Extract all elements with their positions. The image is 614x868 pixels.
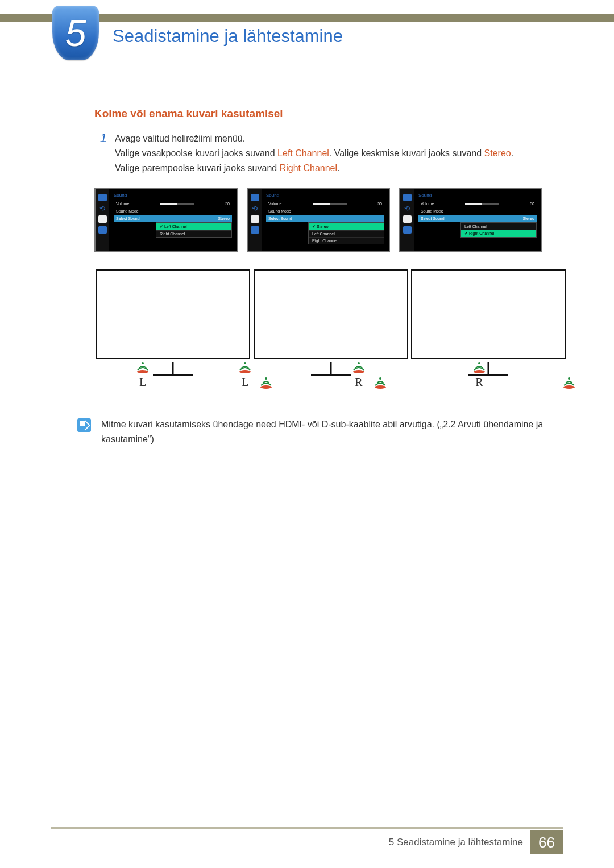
volume-slider	[160, 203, 194, 205]
arrows-icon: ⟲	[98, 205, 107, 212]
svg-point-4	[265, 377, 267, 380]
chapter-number: 5	[65, 11, 86, 55]
osd-dropdown: Left Channel Right Channel	[460, 222, 537, 238]
osd-dropdown: Stereo Left Channel Right Channel	[308, 222, 384, 244]
osd-dropdown: Left Channel Right Channel	[156, 222, 232, 238]
speaker-icon	[561, 375, 578, 389]
speaker-label: L	[237, 376, 254, 389]
speaker-icon: R	[350, 360, 367, 389]
footer-chapter-text: 5 Seadistamine ja lähtestamine	[389, 830, 523, 854]
svg-point-0	[142, 362, 144, 364]
page-content: Kolme või enama kuvari kasutamisel 1 Ava…	[94, 107, 562, 447]
svg-point-10	[478, 362, 480, 364]
gear-icon	[251, 215, 259, 223]
arrows-icon: ⟲	[403, 205, 412, 212]
note-block: Mitme kuvari kasutamiseks ühendage need …	[77, 417, 562, 447]
svg-point-13	[563, 385, 575, 389]
step-body: Avage valitud helirežiimi menüü. Valige …	[115, 131, 513, 176]
section-heading: Kolme või enama kuvari kasutamisel	[94, 107, 562, 120]
svg-point-5	[260, 385, 272, 389]
osd-volume-row: Volume 50	[418, 200, 537, 207]
osd-sound-mode-row: Sound Mode	[418, 207, 537, 215]
dd-right: Right Channel	[156, 230, 231, 237]
osd-title: Sound	[418, 193, 537, 198]
speaker-icon: L	[134, 360, 151, 389]
osd-panel-left: ⟲ Sound Volume 50 Sound Mode Select Soun…	[94, 188, 238, 252]
osd-title: Sound	[114, 193, 232, 198]
osd-row: ⟲ Sound Volume 50 Sound Mode Select Soun…	[94, 188, 562, 252]
step-1: 1 Avage valitud helirežiimi menüü. Valig…	[94, 131, 562, 176]
svg-point-12	[568, 377, 570, 380]
dd-stereo: Stereo	[309, 223, 384, 230]
speaker-label: R	[471, 376, 488, 389]
monitor-right	[411, 269, 566, 359]
osd-select-sound-row: Select Sound Stereo	[114, 215, 232, 222]
info-icon	[403, 226, 412, 234]
note-text: Mitme kuvari kasutamiseks ühendage need …	[101, 417, 562, 447]
page-footer: 5 Seadistamine ja lähtestamine 66	[51, 830, 563, 854]
chapter-title: Seadistamine ja lähtestamine	[113, 26, 343, 47]
osd-sound-mode-row: Sound Mode	[266, 207, 384, 215]
svg-point-11	[474, 370, 485, 373]
dd-left: Left Channel	[461, 223, 536, 230]
monitor-center	[254, 269, 408, 359]
info-icon	[98, 226, 107, 234]
volume-slider	[465, 203, 499, 205]
speaker-icon: L	[237, 360, 254, 389]
svg-point-9	[375, 385, 386, 389]
osd-volume-row: Volume 50	[266, 200, 384, 207]
gear-icon	[403, 215, 412, 223]
volume-slider	[313, 203, 347, 205]
svg-point-6	[358, 362, 360, 364]
footer-divider	[51, 827, 563, 829]
osd-sidebar: ⟲	[400, 189, 414, 251]
note-icon	[77, 418, 91, 432]
step-line2: Valige vasakpoolse kuvari jaoks suvand L…	[115, 146, 513, 161]
svg-point-1	[137, 370, 148, 373]
svg-point-2	[244, 362, 246, 364]
speaker-label: R	[350, 376, 367, 389]
speaker-label: L	[134, 376, 151, 389]
osd-main: Sound Volume 50 Sound Mode Select Sound …	[262, 189, 389, 251]
monitor-left	[96, 269, 250, 359]
osd-sidebar: ⟲	[248, 189, 262, 251]
step-line1: Avage valitud helirežiimi menüü.	[115, 131, 513, 146]
osd-select-sound-row: Select Sound	[266, 215, 384, 222]
speaker-icon	[372, 375, 389, 389]
monitor-icon	[251, 194, 259, 201]
step-number: 1	[94, 131, 107, 176]
osd-title: Sound	[266, 193, 384, 198]
dd-right: Right Channel	[461, 230, 536, 237]
info-icon	[251, 226, 259, 234]
svg-point-8	[379, 377, 381, 380]
osd-panel-right: ⟲ Sound Volume 50 Sound Mode Select Soun…	[399, 188, 542, 252]
dd-left: Left Channel	[156, 223, 231, 230]
osd-sound-mode-row: Sound Mode	[114, 207, 232, 215]
step-line3: Valige parempoolse kuvari jaoks suvand R…	[115, 161, 513, 176]
dd-right: Right Channel	[309, 237, 384, 244]
osd-select-sound-row: Select Sound Stereo	[418, 215, 537, 222]
osd-sidebar: ⟲	[96, 189, 109, 251]
speaker-icon	[258, 375, 275, 389]
monitor-diagram: L L R R	[94, 269, 562, 394]
page-number: 66	[530, 830, 563, 854]
dd-left: Left Channel	[309, 230, 384, 237]
osd-panel-center: ⟲ Sound Volume 50 Sound Mode Select Soun…	[247, 188, 390, 252]
speaker-icon: R	[471, 360, 488, 389]
monitor-icon	[403, 194, 412, 201]
gear-icon	[98, 215, 107, 223]
chapter-badge: 5	[52, 6, 99, 60]
arrows-icon: ⟲	[251, 205, 259, 212]
osd-volume-row: Volume 50	[114, 200, 232, 207]
svg-point-3	[239, 370, 251, 373]
osd-main: Sound Volume 50 Sound Mode Select Sound …	[109, 189, 237, 251]
monitor-icon	[98, 194, 107, 201]
svg-point-7	[353, 370, 364, 373]
osd-main: Sound Volume 50 Sound Mode Select Sound …	[414, 189, 541, 251]
